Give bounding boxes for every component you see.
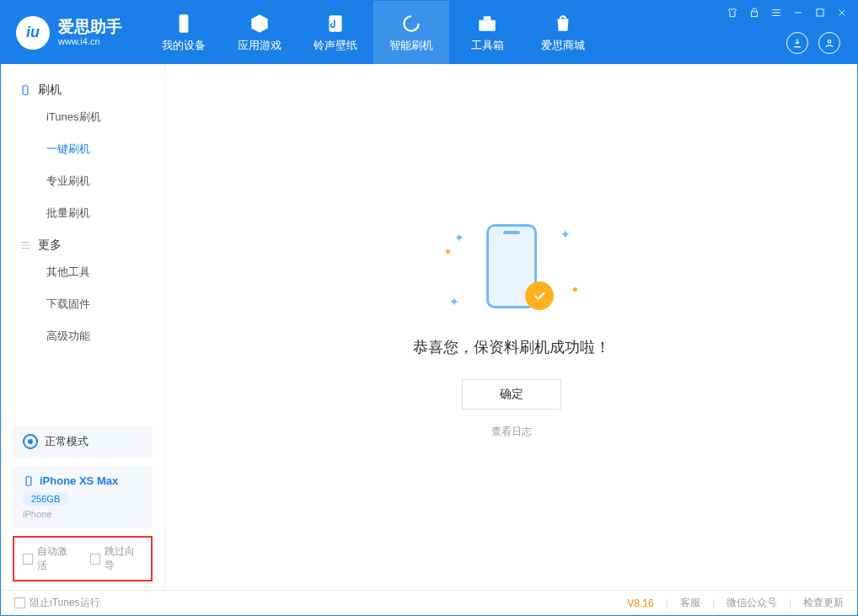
minimize-icon[interactable] [791,6,805,19]
sidebar-group-flash: 刷机 [1,74,164,101]
footer-link-support[interactable]: 客服 [680,596,700,610]
nav-label: 智能刷机 [389,38,433,53]
nav-smart-flash[interactable]: 智能刷机 [373,1,449,64]
header: iu 爱思助手 www.i4.cn 我的设备 应用游戏 铃声壁纸 智能刷机 工具… [1,1,857,64]
opt-label: 阻止iTunes运行 [29,596,100,610]
maximize-icon[interactable] [813,6,827,19]
mode-icon [23,434,38,449]
svg-rect-3 [484,16,491,19]
phone-icon [173,13,195,35]
nav-label: 我的设备 [162,38,206,53]
menu-icon[interactable] [770,6,783,19]
nav: 我的设备 应用游戏 铃声壁纸 智能刷机 工具箱 爱思商城 [146,1,601,64]
footer-link-wechat[interactable]: 微信公众号 [727,596,777,610]
sidebar: 刷机 iTunes刷机 一键刷机 专业刷机 批量刷机 更多 其他工具 下载固件 … [1,64,165,590]
toolbox-icon [476,13,498,35]
sidebar-item-other-tools[interactable]: 其他工具 [1,256,164,288]
opt-label: 自动激活 [37,544,75,573]
user-icon[interactable] [818,32,840,54]
lock-icon[interactable] [748,6,761,19]
footer-link-update[interactable]: 检查更新 [803,596,844,610]
bag-icon [552,13,574,35]
svg-rect-7 [23,86,28,95]
list-icon [19,239,31,251]
sidebar-group-more: 更多 [1,229,164,256]
app-subtitle: www.i4.cn [58,36,122,46]
check-badge-icon [525,281,554,310]
close-icon[interactable] [835,6,849,19]
device-box[interactable]: iPhone XS Max 256GB iPhone [13,466,153,528]
nav-ringtones[interactable]: 铃声壁纸 [298,1,373,64]
sidebar-item-batch-flash[interactable]: 批量刷机 [1,197,164,229]
music-icon [324,13,346,35]
titlebar [726,6,849,19]
group-label: 更多 [38,238,62,253]
logo-icon: iu [16,16,50,50]
group-label: 刷机 [38,83,62,98]
device-icon [19,84,31,96]
header-right [786,32,840,54]
svg-point-6 [828,40,831,44]
success-illustration: ✦✦✦ [461,216,562,317]
svg-rect-0 [180,14,189,33]
opt-label: 跳过向导 [105,544,142,573]
tshirt-icon[interactable] [726,6,739,19]
options-highlighted-row: 自动激活 跳过向导 [13,536,153,581]
nav-store[interactable]: 爱思商城 [525,1,601,64]
device-name-label: iPhone XS Max [40,474,118,487]
nav-label: 工具箱 [471,38,504,53]
app-logo: iu 爱思助手 www.i4.cn [1,16,137,50]
app-title: 爱思助手 [58,19,122,36]
view-log-link[interactable]: 查看日志 [491,425,532,439]
svg-rect-5 [817,9,823,16]
version-label: V8.16 [627,597,653,609]
sidebar-item-pro-flash[interactable]: 专业刷机 [1,165,164,197]
svg-rect-8 [26,476,31,485]
nav-label: 应用游戏 [238,38,282,53]
checkbox-auto-activate[interactable]: 自动激活 [23,544,75,573]
refresh-icon [400,13,422,35]
checkbox-block-itunes[interactable]: 阻止iTunes运行 [14,596,100,610]
sidebar-item-download-firmware[interactable]: 下载固件 [1,288,164,320]
checkbox-skip-guide[interactable]: 跳过向导 [90,544,142,573]
nav-label: 铃声壁纸 [314,38,357,53]
mode-label: 正常模式 [45,434,88,449]
mode-box[interactable]: 正常模式 [13,426,153,458]
nav-toolbox[interactable]: 工具箱 [449,1,525,64]
sidebar-item-advanced[interactable]: 高级功能 [1,320,164,352]
footer: 阻止iTunes运行 V8.16 | 客服 | 微信公众号 | 检查更新 [1,590,857,615]
nav-label: 爱思商城 [541,38,585,53]
download-icon[interactable] [786,32,808,54]
success-message: 恭喜您，保资料刷机成功啦！ [413,337,610,357]
cube-icon [249,13,271,35]
sidebar-item-oneclick-flash[interactable]: 一键刷机 [1,133,164,165]
phone-small-icon [23,475,35,487]
sidebar-item-itunes-flash[interactable]: iTunes刷机 [1,101,164,133]
device-type-label: iPhone [23,509,142,519]
ok-button[interactable]: 确定 [462,379,561,410]
main-content: ✦✦✦ 恭喜您，保资料刷机成功啦！ 确定 查看日志 [165,64,857,590]
svg-rect-2 [479,19,496,30]
nav-my-device[interactable]: 我的设备 [146,1,222,64]
device-storage-badge: 256GB [23,492,68,506]
svg-rect-4 [752,12,758,17]
nav-apps-games[interactable]: 应用游戏 [222,1,298,64]
